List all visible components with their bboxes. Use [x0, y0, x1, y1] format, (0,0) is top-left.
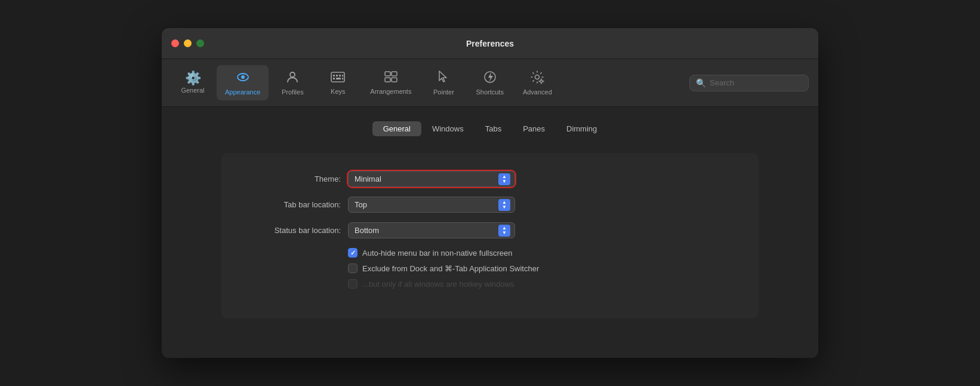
subtabs: General Windows Tabs Panes Dimming — [186, 121, 794, 136]
window-title: Preferences — [466, 39, 514, 48]
toolbar-item-profiles[interactable]: Profiles — [271, 65, 314, 100]
advanced-gear-icon — [530, 70, 544, 87]
svg-rect-5 — [336, 75, 338, 76]
exclude-label: Exclude from Dock and ⌘-Tab Application … — [362, 264, 539, 273]
window-controls — [171, 39, 204, 47]
preferences-window: Preferences ⚙️ General Appearance — [162, 28, 818, 358]
svg-point-16 — [535, 75, 540, 79]
content-area: General Windows Tabs Panes Dimming Theme… — [162, 107, 818, 358]
hotkey-row: ...but only if all windows are hotkey wi… — [348, 279, 735, 289]
toolbar-item-keys[interactable]: Keys — [316, 66, 359, 100]
status-bar-select[interactable]: Bottom Top — [348, 222, 515, 238]
toolbar-item-advanced[interactable]: Advanced — [514, 65, 560, 100]
toolbar-label-advanced: Advanced — [523, 89, 552, 96]
svg-point-1 — [241, 75, 245, 79]
subtab-dimming[interactable]: Dimming — [556, 121, 608, 136]
toolbar-label-arrangements: Arrangements — [370, 88, 411, 95]
tab-bar-label: Tab bar location: — [245, 200, 341, 209]
toolbar-item-general[interactable]: ⚙️ General — [171, 67, 214, 99]
titlebar: Preferences — [162, 28, 818, 59]
theme-label: Theme: — [245, 174, 341, 183]
status-bar-select-wrapper: Bottom Top ▲ ▼ — [348, 222, 515, 238]
person-icon — [285, 70, 300, 87]
keyboard-icon — [331, 71, 345, 86]
autohide-row: Auto-hide menu bar in non-native fullscr… — [348, 248, 735, 258]
hotkey-checkbox — [348, 279, 358, 289]
theme-select-wrapper: Minimal Dark Light Regular Compact ▲ ▼ — [348, 171, 515, 187]
svg-rect-3 — [331, 72, 344, 82]
exclude-row: Exclude from Dock and ⌘-Tab Application … — [348, 264, 735, 273]
toolbar: ⚙️ General Appearance Profiles — [162, 59, 818, 107]
search-box: 🔍 — [689, 75, 809, 91]
lightning-icon — [483, 70, 497, 87]
search-input[interactable] — [710, 78, 802, 87]
status-bar-label: Status bar location: — [245, 226, 341, 235]
subtab-general[interactable]: General — [372, 121, 421, 136]
toolbar-label-shortcuts: Shortcuts — [476, 89, 503, 96]
svg-rect-12 — [392, 72, 397, 76]
subtab-tabs[interactable]: Tabs — [474, 121, 512, 136]
svg-rect-4 — [333, 75, 335, 76]
toolbar-item-arrangements[interactable]: Arrangements — [362, 66, 420, 100]
svg-rect-6 — [339, 75, 341, 76]
toolbar-label-general: General — [181, 87, 204, 94]
subtab-panes[interactable]: Panes — [512, 121, 556, 136]
toolbar-item-appearance[interactable]: Appearance — [217, 65, 269, 100]
theme-select[interactable]: Minimal Dark Light Regular Compact — [348, 171, 515, 187]
search-icon: 🔍 — [696, 78, 706, 88]
svg-rect-11 — [385, 72, 390, 76]
toolbar-item-pointer[interactable]: Pointer — [422, 65, 465, 100]
svg-rect-14 — [392, 78, 397, 82]
exclude-checkbox[interactable] — [348, 264, 358, 273]
gear-icon: ⚙️ — [185, 72, 201, 85]
toolbar-label-pointer: Pointer — [433, 89, 454, 96]
hotkey-label: ...but only if all windows are hotkey wi… — [362, 280, 514, 289]
tab-bar-select-wrapper: Top Bottom ▲ ▼ — [348, 197, 515, 213]
toolbar-item-shortcuts[interactable]: Shortcuts — [467, 65, 511, 100]
svg-rect-8 — [336, 78, 341, 79]
toolbar-label-appearance: Appearance — [225, 89, 260, 96]
tab-bar-row: Tab bar location: Top Bottom ▲ ▼ — [245, 197, 735, 213]
toolbar-label-keys: Keys — [331, 88, 345, 95]
svg-rect-9 — [342, 75, 343, 76]
subtab-windows[interactable]: Windows — [421, 121, 474, 136]
close-button[interactable] — [171, 39, 179, 47]
autohide-label: Auto-hide menu bar in non-native fullscr… — [362, 249, 512, 258]
arrangements-icon — [384, 71, 398, 86]
svg-point-2 — [290, 72, 295, 77]
svg-rect-13 — [385, 78, 390, 82]
svg-rect-10 — [342, 78, 343, 79]
svg-rect-7 — [333, 78, 335, 79]
theme-row: Theme: Minimal Dark Light Regular Compac… — [245, 171, 735, 187]
autohide-checkbox[interactable] — [348, 248, 358, 258]
pointer-icon — [437, 70, 450, 87]
status-bar-row: Status bar location: Bottom Top ▲ ▼ — [245, 222, 735, 238]
minimize-button[interactable] — [184, 39, 192, 47]
maximize-button[interactable] — [196, 39, 204, 47]
eye-icon — [236, 70, 250, 87]
tab-bar-select[interactable]: Top Bottom — [348, 197, 515, 213]
form-area: Theme: Minimal Dark Light Regular Compac… — [221, 153, 759, 318]
toolbar-label-profiles: Profiles — [282, 89, 304, 96]
